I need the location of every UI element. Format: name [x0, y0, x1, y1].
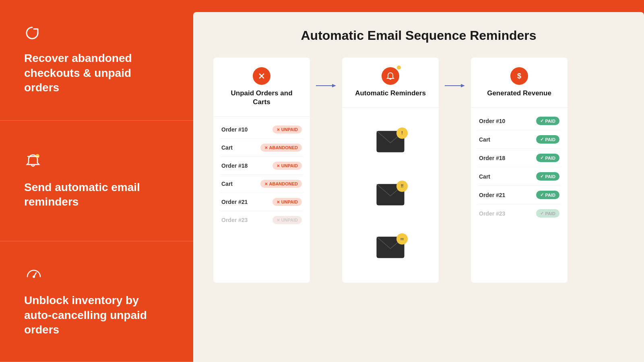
row-cart-label: Cart	[479, 136, 490, 143]
email-reminder-3: !!!	[376, 233, 405, 263]
revenue-header: $ Generated Revenue	[471, 58, 568, 108]
table-row: Cart ✓ PAID	[477, 167, 561, 186]
speed-icon	[24, 265, 169, 287]
badge-x-icon: ✕	[277, 128, 280, 132]
table-row: Order #18 ✓ PAID	[477, 149, 561, 167]
revenue-rows: Order #10 ✓ PAID Cart ✓ PAID O	[471, 108, 568, 226]
row-order-label: Order #21	[479, 192, 505, 198]
reminders-column: Automatic Reminders !	[342, 58, 439, 283]
email-exclamation-1: !	[396, 128, 408, 139]
checkmark-icon: ✓	[540, 192, 544, 197]
left-panel: Recover abandoned checkouts & unpaid ord…	[0, 0, 193, 362]
badge-unpaid-muted: ✕ UNPAID	[272, 216, 302, 224]
diagram-container: Unpaid Orders and Carts Order #10 ✕ UNPA…	[213, 58, 624, 283]
badge-abandoned: ✕ ABANDONED	[260, 180, 302, 188]
badge-x-icon: ✕	[277, 164, 280, 168]
badge-x-icon: ✕	[264, 182, 268, 186]
diagram-title: Automatic Email Sequence Reminders	[213, 28, 624, 43]
checkmark-icon: ✓	[540, 155, 544, 160]
badge-abandoned: ✕ ABANDONED	[260, 144, 302, 152]
table-row: Cart ✓ PAID	[477, 130, 561, 149]
arrow-1	[310, 58, 342, 90]
badge-paid: ✓ PAID	[536, 117, 559, 125]
unpaid-rows: Order #10 ✕ UNPAID Cart ✕ ABANDONED	[213, 117, 310, 233]
badge-x-icon-muted: ✕	[277, 218, 280, 222]
feature-unblock: Unblock inventory by auto-cancelling unp…	[0, 241, 193, 362]
checkmark-icon: ✓	[540, 137, 544, 142]
diagram-wrapper: Automatic Email Sequence Reminders Unpai…	[193, 12, 644, 362]
row-order-label: Order #18	[221, 162, 248, 169]
row-order-label: Order #18	[479, 155, 505, 161]
table-row: Order #21 ✓ PAID	[477, 186, 561, 204]
badge-x-icon: ✕	[264, 146, 268, 150]
email-reminder-2: !!	[376, 181, 405, 210]
table-row: Order #10 ✓ PAID	[477, 112, 561, 130]
badge-unpaid: ✕ UNPAID	[272, 198, 302, 206]
badge-paid: ✓ PAID	[536, 191, 559, 199]
feature-unblock-text: Unblock inventory by auto-cancelling unp…	[24, 293, 169, 337]
bell-icon	[24, 152, 169, 174]
checkmark-icon-muted: ✓	[540, 211, 544, 216]
table-row: Order #23 ✕ UNPAID	[220, 211, 303, 229]
checkmark-icon: ✓	[540, 118, 544, 123]
svg-marker-11	[461, 84, 465, 87]
badge-x-icon: ✕	[277, 200, 280, 204]
email-exclamation-2: !!	[396, 181, 408, 192]
table-row: Cart ✕ ABANDONED	[220, 139, 303, 157]
table-row: Order #23 ✓ PAID	[477, 204, 561, 222]
row-order-label: Order #21	[221, 199, 248, 205]
revenue-icon-circle: $	[510, 67, 528, 85]
reminders-body: ! !!	[342, 108, 439, 283]
badge-paid-muted: ✓ PAID	[536, 209, 559, 218]
recover-icon	[24, 25, 169, 45]
badge-paid: ✓ PAID	[536, 154, 559, 162]
table-row: Order #21 ✕ UNPAID	[220, 193, 303, 211]
checkmark-icon: ✓	[540, 174, 544, 179]
reminders-icon-circle	[382, 67, 399, 85]
table-row: Order #10 ✕ UNPAID	[220, 121, 303, 139]
revenue-column: $ Generated Revenue Order #10 ✓ PAID Car…	[471, 58, 568, 283]
badge-unpaid: ✕ UNPAID	[272, 162, 302, 170]
revenue-col-title: Generated Revenue	[479, 89, 559, 98]
row-cart-label: Cart	[479, 173, 490, 180]
badge-paid: ✓ PAID	[536, 172, 559, 181]
email-reminder-1: !	[376, 128, 405, 157]
feature-email-text: Send automatic email reminders	[24, 180, 169, 210]
svg-point-2	[33, 276, 35, 278]
arrow-2	[439, 58, 471, 90]
email-envelope-1: !	[376, 131, 405, 154]
row-order-label: Order #10	[479, 118, 505, 124]
badge-unpaid: ✕ UNPAID	[272, 125, 302, 134]
right-panel: Automatic Email Sequence Reminders Unpai…	[193, 0, 644, 362]
row-order-label-muted: Order #23	[479, 210, 505, 217]
email-envelope-2: !!	[376, 184, 405, 207]
email-envelope-3: !!!	[376, 237, 405, 260]
feature-recover-text: Recover abandoned checkouts & unpaid ord…	[24, 51, 169, 95]
table-row: Order #18 ✕ UNPAID	[220, 157, 303, 175]
table-row: Cart ✕ ABANDONED	[220, 175, 303, 193]
row-cart-label: Cart	[221, 144, 233, 151]
unpaid-column: Unpaid Orders and Carts Order #10 ✕ UNPA…	[213, 58, 310, 283]
unpaid-col-title: Unpaid Orders and Carts	[221, 89, 302, 107]
row-cart-label: Cart	[221, 181, 233, 187]
row-order-label: Order #10	[221, 126, 248, 133]
svg-marker-6	[332, 84, 336, 87]
reminders-header: Automatic Reminders	[342, 58, 439, 108]
email-exclamation-3: !!!	[396, 233, 408, 245]
feature-email: Send automatic email reminders	[0, 121, 193, 241]
unpaid-icon-circle	[253, 67, 270, 85]
feature-recover: Recover abandoned checkouts & unpaid ord…	[0, 0, 193, 121]
row-order-label-muted: Order #23	[221, 217, 248, 223]
badge-paid: ✓ PAID	[536, 135, 559, 144]
reminders-col-title: Automatic Reminders	[350, 89, 431, 98]
unpaid-header: Unpaid Orders and Carts	[213, 58, 310, 117]
